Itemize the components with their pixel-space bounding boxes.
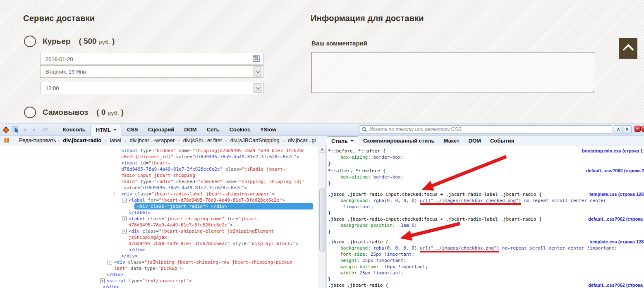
code-token: class=	[128, 259, 144, 265]
code-token: "jbcart-d78d9495-78a9-4a49-81e7-3fc628cc…	[159, 198, 282, 203]
html-line[interactable]: d78d9495-78a9-4a49-81e7-3fc628cc6e2c" st…	[129, 240, 299, 247]
tab-сеть[interactable]: Сеть	[202, 124, 225, 135]
code-token: </div>	[129, 247, 145, 252]
html-line[interactable]: +<div class="jbcart-shipping-element jsS…	[129, 228, 274, 234]
style-panel: *::before, *::after {bootstrap.min.css (…	[327, 145, 644, 288]
html-line[interactable]: +<div class="jsShipping jbcart-shipping-…	[114, 259, 292, 265]
html-line[interactable]: </label>	[129, 209, 151, 216]
breadcrumb-item[interactable]: div.jsJBCartShipping	[230, 137, 280, 143]
html-line[interactable]: <input type="hidden" name="shipping[d78d…	[121, 148, 305, 154]
tab-html[interactable]: HTML	[91, 125, 122, 136]
html-line[interactable]: +<label class="jbcart-shipping-name" for…	[129, 216, 260, 222]
expand-icon[interactable]: +	[122, 229, 127, 233]
calendar-icon[interactable]	[253, 55, 260, 62]
expand-icon[interactable]: +	[100, 278, 105, 283]
stylesheet-link[interactable]: default...css?062 (строка	[588, 283, 643, 288]
tab-консоль[interactable]: Консоль	[58, 124, 91, 135]
css-declaration: width: 25px !important;	[340, 270, 644, 276]
css-rule[interactable]: *::before, *::after {bootstrap.min.css (…	[328, 148, 644, 167]
html-line[interactable]: −<div class="jbcart-radio-label jbcart-s…	[121, 191, 275, 197]
minimize-button[interactable]: −	[634, 126, 641, 132]
html-line[interactable]: +<script type="text/javascript">	[107, 278, 192, 284]
html-line[interactable]: radio-input jbcart-shipping-	[121, 172, 198, 179]
code-token: for=	[225, 216, 238, 221]
expand-icon[interactable]: +	[108, 260, 112, 264]
tab-dom[interactable]: DOM	[179, 124, 201, 135]
css-rule[interactable]: .jbzoo .jbcart-radio-input:checked:focus…	[328, 216, 644, 235]
search-next-button[interactable]: ∨	[622, 125, 632, 133]
collapse-icon[interactable]: −	[115, 192, 119, 196]
css-rule[interactable]: *::after, *::before {default...css?062 (…	[328, 168, 644, 186]
html-line[interactable]: <input id="jbcart-	[121, 160, 170, 166]
panel-list-icon[interactable]: ›≡	[43, 126, 48, 132]
forward-icon[interactable]: ›	[33, 126, 35, 132]
stylesheet-link[interactable]: default...css?062 (строка 2	[586, 168, 644, 173]
html-line[interactable]: value="d78d9495-78a9-4a49-81e7-3fc628cc6…	[121, 185, 247, 191]
code-token: "display: block;"	[249, 241, 296, 246]
style-tab-макет[interactable]: Макет	[439, 136, 463, 145]
html-panel: <input type="hidden" name="shipping[d78d…	[0, 145, 326, 288]
selected-node-line[interactable]: <div class="jbcart-radio"> </div>	[134, 203, 313, 209]
tab-label: Макет	[443, 138, 459, 144]
tab-yslow[interactable]: YSlow	[255, 124, 281, 135]
day-select-arrow-icon[interactable]	[254, 67, 262, 76]
style-tab-dom[interactable]: DOM	[464, 136, 485, 145]
css-rule[interactable]: .jbzoo .jbcart-radio-input:checked:focus…	[328, 191, 644, 216]
courier-radio[interactable]	[24, 36, 36, 47]
breadcrumb-separator-icon: ‹	[178, 137, 180, 143]
tab-css[interactable]: CSS	[122, 124, 143, 135]
edit-button[interactable]: Редактировать	[16, 137, 60, 143]
stylesheet-link[interactable]: bootstrap.min.css (строка 1	[582, 148, 643, 153]
breadcrumb-item[interactable]: label	[110, 137, 121, 143]
css-rule[interactable]: .jbzoo .jbcart-radio {default...css?062 …	[328, 282, 644, 288]
firebug-bug-icon[interactable]	[2, 126, 10, 134]
search-prev-button[interactable]: ∧	[614, 125, 623, 133]
style-tab-скомпилированный стиль[interactable]: Скомпилированный стиль	[359, 136, 438, 145]
breadcrumb-item[interactable]: div.jsShi...er.first	[183, 137, 222, 143]
scrollbar-thumb[interactable]	[319, 188, 325, 252]
tab-cookies[interactable]: Cookies	[224, 124, 255, 135]
html-panel-scrollbar[interactable]	[318, 145, 326, 288]
html-line[interactable]: radio" type="radio" checked="checked" na…	[121, 179, 305, 185]
style-tab-события[interactable]: События	[486, 136, 518, 145]
html-line[interactable]: </div>	[129, 247, 145, 253]
html-line[interactable]: −<label for="jbcart-d78d9495-78a9-4a49-8…	[129, 197, 285, 203]
scrollbar-up-icon[interactable]	[319, 145, 326, 153]
inspect-element-icon[interactable]	[12, 126, 20, 134]
breadcrumb-item[interactable]: div.jbcar...g\	[288, 137, 316, 143]
search-input[interactable]	[359, 125, 612, 133]
css-rule[interactable]: .jbzoo .jbcart-radio {template.css (стро…	[328, 239, 644, 282]
stylesheet-link[interactable]: default...css?062 (строка	[588, 217, 643, 221]
close-button[interactable]: ×	[642, 126, 644, 132]
back-icon[interactable]: ‹	[24, 126, 26, 132]
code-token: </div>	[103, 284, 119, 288]
code-token: rgba(0, 0, 0, 0)	[373, 245, 420, 251]
comment-textarea[interactable]	[311, 52, 595, 93]
style-tab-стиль[interactable]: Стиль	[327, 136, 358, 147]
html-line[interactable]: </div>	[107, 271, 123, 278]
html-line[interactable]: last" data-type="pickup">	[114, 265, 183, 271]
stylesheet-link[interactable]: template.css (строка 128	[589, 239, 644, 244]
expand-icon[interactable]: +	[122, 217, 127, 221]
collapse-icon[interactable]: −	[122, 198, 127, 202]
delivery-day-select[interactable]: Вторник, 19 Янв	[40, 65, 263, 78]
tab-сценарий[interactable]: Сценарий	[143, 124, 180, 135]
html-line[interactable]: c6e2c][element_id]" value="d78d9495-78a9…	[121, 154, 299, 160]
code-token: data-type=	[128, 266, 158, 271]
html-line[interactable]: d78d9495-78a9-4a49-81e7-3fc628cc6e2c" cl…	[121, 166, 285, 172]
html-line[interactable]: </div>	[121, 253, 138, 259]
delivery-time-select[interactable]: 12:00	[40, 82, 263, 94]
code-token: <input	[121, 148, 140, 153]
time-select-arrow-icon[interactable]	[254, 83, 262, 93]
breadcrumb-item[interactable]: div.jbcar...-wrapper	[129, 137, 175, 143]
html-line[interactable]: jsShippingAjax-	[129, 234, 170, 240]
stylesheet-link[interactable]: template.css (строка 128	[589, 192, 644, 197]
html-line[interactable]: d78d9495-78a9-4a49-81e7-3fc628cc6e2c">	[129, 222, 233, 228]
breadcrumb-item[interactable]: div.jbcart-radio	[63, 137, 101, 143]
delivery-date-field[interactable]: 2016-01-20	[40, 53, 263, 65]
scroll-to-top-button[interactable]	[619, 38, 637, 59]
code-token: "jbcart-	[148, 160, 170, 166]
break-on-mutate-icon[interactable]	[3, 137, 10, 145]
pickup-radio[interactable]	[24, 107, 36, 118]
html-line[interactable]: </div>	[103, 284, 119, 288]
